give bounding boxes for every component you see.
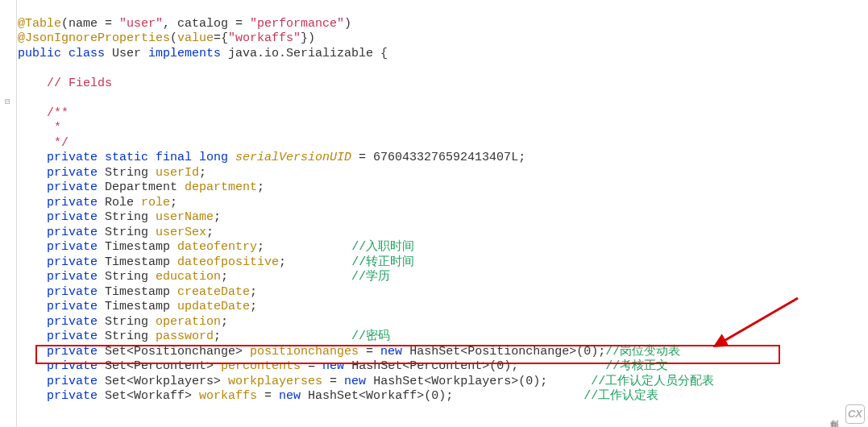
code-comment: //工作认定人员分配表 bbox=[591, 375, 714, 388]
code-token: private bbox=[47, 210, 98, 224]
code-token: userId bbox=[156, 166, 199, 180]
code-token: updateDate bbox=[177, 300, 250, 313]
code-token: value bbox=[177, 31, 214, 45]
code-token: new bbox=[322, 359, 344, 373]
code-token: userName bbox=[156, 210, 214, 224]
code-token: private bbox=[47, 270, 98, 284]
code-token: implements bbox=[148, 47, 228, 60]
code-token: private bbox=[47, 345, 98, 359]
code-token: private bbox=[47, 240, 98, 254]
code-token: ; bbox=[170, 196, 177, 209]
code-comment: */ bbox=[47, 136, 69, 150]
code-token: User bbox=[112, 47, 148, 60]
code-token: Department bbox=[98, 180, 185, 194]
code-token: new bbox=[380, 345, 402, 359]
code-token: private bbox=[47, 166, 98, 180]
code-token: Timestamp bbox=[98, 300, 177, 313]
code-token: public class bbox=[18, 47, 112, 60]
code-token: Timestamp bbox=[98, 240, 177, 254]
code-token: Role bbox=[98, 196, 141, 209]
code-token: private bbox=[47, 285, 98, 299]
code-token: Set<Percontent> bbox=[98, 359, 221, 373]
code-token: "performance" bbox=[250, 17, 344, 31]
code-token: private bbox=[47, 180, 98, 194]
code-token: }) bbox=[301, 31, 315, 45]
code-token: = bbox=[322, 375, 344, 388]
code-token: = 6760433276592413407L; bbox=[351, 151, 525, 164]
code-token: "workaffs" bbox=[228, 31, 301, 45]
code-token: createDate bbox=[177, 285, 250, 299]
code-token: workplayerses bbox=[228, 375, 322, 388]
code-token: education bbox=[156, 270, 221, 284]
code-token: String bbox=[98, 166, 156, 180]
code-token: = bbox=[257, 389, 279, 403]
code-token: Set<Positionchange> bbox=[98, 345, 250, 359]
code-token: ={ bbox=[214, 31, 228, 45]
code-token: HashSet<Positionchange>(0); bbox=[402, 345, 605, 359]
code-comment: // Fields bbox=[47, 77, 112, 90]
code-token: ) bbox=[344, 17, 351, 31]
code-token: ; bbox=[257, 240, 264, 254]
code-token: private bbox=[47, 315, 98, 329]
fold-mark-icon: ⊟ bbox=[5, 94, 10, 110]
code-token: ; bbox=[221, 270, 228, 284]
code-token: private bbox=[47, 255, 98, 269]
svg-line-0 bbox=[721, 298, 798, 342]
code-token: String bbox=[98, 330, 156, 343]
code-token: java.io.Serializable { bbox=[228, 47, 388, 60]
code-token: Timestamp bbox=[98, 255, 177, 269]
watermark: 创新互联 CX bbox=[828, 404, 866, 424]
code-token: workaffs bbox=[199, 389, 257, 403]
code-token: Set<Workaff> bbox=[98, 389, 199, 403]
code-comment: //学历 bbox=[351, 270, 390, 284]
code-token: , catalog = bbox=[163, 17, 250, 31]
code-token: dateofentry bbox=[177, 240, 257, 254]
code-token: = bbox=[301, 359, 322, 373]
code-comment: * bbox=[47, 121, 61, 135]
code-token: userSex bbox=[156, 226, 206, 239]
code-token: ; bbox=[206, 226, 214, 239]
code-token: department bbox=[185, 180, 257, 194]
code-comment: //入职时间 bbox=[351, 240, 414, 254]
watermark-logo-icon: CX bbox=[845, 404, 865, 424]
code-token: private bbox=[47, 389, 98, 403]
code-token: private bbox=[47, 375, 98, 388]
code-token: ; bbox=[279, 255, 286, 269]
watermark-text: 创新互联 bbox=[828, 412, 843, 416]
code-token: dateofpositive bbox=[177, 255, 279, 269]
code-area: @Table(name = "user", catalog = "perform… bbox=[18, 2, 714, 404]
code-comment: /** bbox=[47, 106, 69, 120]
code-token: String bbox=[98, 210, 156, 224]
code-token: private bbox=[47, 226, 98, 239]
code-comment: //转正时间 bbox=[351, 255, 414, 269]
code-token: private bbox=[47, 300, 98, 313]
code-token: percontents bbox=[221, 359, 301, 373]
code-token: new bbox=[279, 389, 301, 403]
code-token: HashSet<Workplayers>(0); bbox=[366, 375, 547, 388]
annotation-arrow-icon bbox=[709, 294, 806, 350]
code-comment: //考核正文 bbox=[605, 359, 668, 373]
code-token: (name = bbox=[61, 17, 119, 31]
editor-gutter: ⊟ bbox=[0, 0, 17, 427]
code-token: String bbox=[98, 226, 156, 239]
code-token: String bbox=[98, 270, 156, 284]
code-token: "user" bbox=[119, 17, 163, 31]
code-token: private bbox=[47, 330, 98, 343]
code-token: role bbox=[141, 196, 170, 209]
code-token: new bbox=[344, 375, 366, 388]
code-token: ; bbox=[214, 210, 221, 224]
code-token: password bbox=[156, 330, 214, 343]
code-token: private bbox=[47, 196, 98, 209]
code-comment: //岗位变动表 bbox=[605, 345, 680, 359]
code-token: serialVersionUID bbox=[235, 151, 351, 164]
code-token: = bbox=[359, 345, 380, 359]
code-token: ; bbox=[199, 166, 206, 180]
code-token: HashSet<Percontent>(0); bbox=[344, 359, 518, 373]
code-token: ; bbox=[221, 315, 228, 329]
code-token: @Table bbox=[18, 17, 61, 31]
code-token: ; bbox=[257, 180, 264, 194]
code-token: private bbox=[47, 359, 98, 373]
code-token: Timestamp bbox=[98, 285, 177, 299]
code-token: String bbox=[98, 315, 156, 329]
code-token: ; bbox=[250, 285, 257, 299]
